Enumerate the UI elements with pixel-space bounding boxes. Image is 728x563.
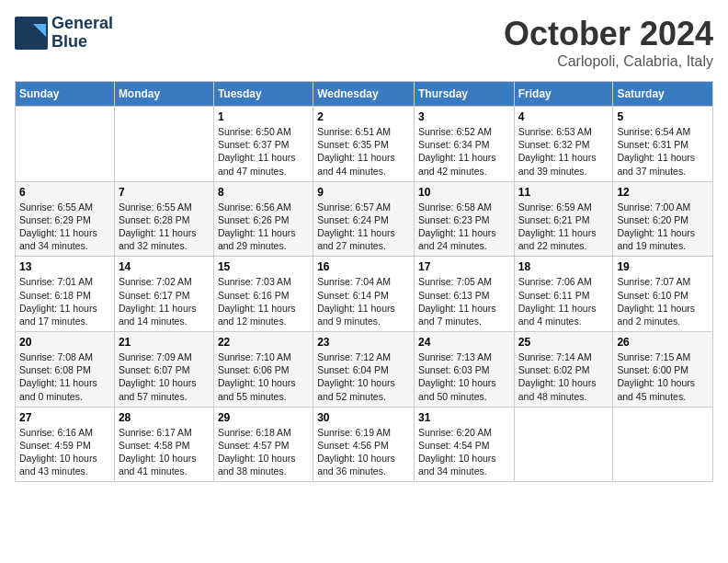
day-cell bbox=[613, 407, 713, 482]
day-info: Sunrise: 6:52 AM Sunset: 6:34 PM Dayligh… bbox=[418, 125, 510, 178]
day-info: Sunrise: 7:13 AM Sunset: 6:03 PM Dayligh… bbox=[418, 350, 510, 403]
day-info: Sunrise: 7:05 AM Sunset: 6:13 PM Dayligh… bbox=[418, 275, 510, 327]
day-info: Sunrise: 7:06 AM Sunset: 6:11 PM Dayligh… bbox=[518, 275, 609, 327]
day-number: 25 bbox=[518, 336, 609, 349]
day-number: 3 bbox=[418, 110, 510, 123]
day-cell: 23Sunrise: 7:12 AM Sunset: 6:04 PM Dayli… bbox=[313, 332, 415, 408]
day-cell: 24Sunrise: 7:13 AM Sunset: 6:03 PM Dayli… bbox=[414, 332, 514, 408]
day-info: Sunrise: 7:00 AM Sunset: 6:20 PM Dayligh… bbox=[617, 201, 709, 253]
day-cell: 21Sunrise: 7:09 AM Sunset: 6:07 PM Dayli… bbox=[114, 332, 213, 408]
day-number: 15 bbox=[218, 260, 309, 273]
day-cell: 25Sunrise: 7:14 AM Sunset: 6:02 PM Dayli… bbox=[514, 332, 613, 408]
logo-line1: General bbox=[51, 15, 113, 33]
day-info: Sunrise: 6:53 AM Sunset: 6:32 PM Dayligh… bbox=[518, 125, 609, 178]
day-number: 4 bbox=[518, 110, 609, 123]
title-block: October 2024 Carlopoli, Calabria, Italy bbox=[504, 15, 713, 70]
day-cell bbox=[16, 107, 115, 182]
day-cell: 2Sunrise: 6:51 AM Sunset: 6:35 PM Daylig… bbox=[313, 107, 415, 182]
day-number: 5 bbox=[617, 110, 709, 123]
week-row-4: 27Sunrise: 6:16 AM Sunset: 4:59 PM Dayli… bbox=[16, 407, 713, 482]
day-info: Sunrise: 6:58 AM Sunset: 6:23 PM Dayligh… bbox=[418, 201, 510, 253]
day-number: 9 bbox=[317, 186, 410, 199]
day-cell: 30Sunrise: 6:19 AM Sunset: 4:56 PM Dayli… bbox=[313, 407, 415, 482]
day-number: 24 bbox=[418, 336, 510, 349]
day-number: 13 bbox=[19, 260, 110, 273]
week-row-1: 6Sunrise: 6:55 AM Sunset: 6:29 PM Daylig… bbox=[16, 181, 713, 257]
day-cell: 11Sunrise: 6:59 AM Sunset: 6:21 PM Dayli… bbox=[514, 181, 613, 257]
day-cell: 5Sunrise: 6:54 AM Sunset: 6:31 PM Daylig… bbox=[613, 107, 713, 182]
day-info: Sunrise: 7:01 AM Sunset: 6:18 PM Dayligh… bbox=[19, 275, 110, 327]
day-number: 2 bbox=[317, 110, 410, 123]
weekday-header-monday: Monday bbox=[114, 82, 213, 107]
day-info: Sunrise: 6:54 AM Sunset: 6:31 PM Dayligh… bbox=[617, 125, 709, 178]
day-number: 23 bbox=[317, 336, 410, 349]
day-cell: 22Sunrise: 7:10 AM Sunset: 6:06 PM Dayli… bbox=[213, 332, 313, 408]
weekday-header-saturday: Saturday bbox=[613, 82, 713, 107]
day-number: 11 bbox=[518, 186, 609, 199]
weekday-header-tuesday: Tuesday bbox=[213, 82, 313, 107]
day-info: Sunrise: 6:18 AM Sunset: 4:57 PM Dayligh… bbox=[218, 426, 309, 478]
day-cell: 15Sunrise: 7:03 AM Sunset: 6:16 PM Dayli… bbox=[213, 257, 313, 332]
day-number: 22 bbox=[218, 336, 309, 349]
weekday-header-friday: Friday bbox=[514, 82, 613, 107]
day-info: Sunrise: 6:19 AM Sunset: 4:56 PM Dayligh… bbox=[317, 426, 410, 478]
day-cell: 13Sunrise: 7:01 AM Sunset: 6:18 PM Dayli… bbox=[16, 257, 115, 332]
day-cell: 17Sunrise: 7:05 AM Sunset: 6:13 PM Dayli… bbox=[414, 257, 514, 332]
day-cell: 27Sunrise: 6:16 AM Sunset: 4:59 PM Dayli… bbox=[16, 407, 115, 482]
day-cell: 8Sunrise: 6:56 AM Sunset: 6:26 PM Daylig… bbox=[213, 181, 313, 257]
day-info: Sunrise: 7:07 AM Sunset: 6:10 PM Dayligh… bbox=[617, 275, 709, 327]
day-cell: 9Sunrise: 6:57 AM Sunset: 6:24 PM Daylig… bbox=[313, 181, 415, 257]
day-info: Sunrise: 7:02 AM Sunset: 6:17 PM Dayligh… bbox=[119, 275, 210, 327]
week-row-3: 20Sunrise: 7:08 AM Sunset: 6:08 PM Dayli… bbox=[16, 332, 713, 408]
day-cell: 31Sunrise: 6:20 AM Sunset: 4:54 PM Dayli… bbox=[414, 407, 514, 482]
day-info: Sunrise: 6:16 AM Sunset: 4:59 PM Dayligh… bbox=[19, 426, 110, 478]
day-number: 17 bbox=[418, 260, 510, 273]
day-number: 20 bbox=[19, 336, 110, 349]
logo-text: General Blue bbox=[51, 15, 113, 52]
day-cell: 6Sunrise: 6:55 AM Sunset: 6:29 PM Daylig… bbox=[16, 181, 115, 257]
day-number: 28 bbox=[119, 411, 210, 424]
day-info: Sunrise: 7:14 AM Sunset: 6:02 PM Dayligh… bbox=[518, 350, 609, 403]
calendar-header: SundayMondayTuesdayWednesdayThursdayFrid… bbox=[16, 82, 713, 107]
day-number: 29 bbox=[218, 411, 309, 424]
day-cell: 4Sunrise: 6:53 AM Sunset: 6:32 PM Daylig… bbox=[514, 107, 613, 182]
day-number: 21 bbox=[119, 336, 210, 349]
day-info: Sunrise: 7:12 AM Sunset: 6:04 PM Dayligh… bbox=[317, 350, 410, 403]
day-cell: 10Sunrise: 6:58 AM Sunset: 6:23 PM Dayli… bbox=[414, 181, 514, 257]
week-row-2: 13Sunrise: 7:01 AM Sunset: 6:18 PM Dayli… bbox=[16, 257, 713, 332]
day-number: 27 bbox=[19, 411, 110, 424]
week-row-0: 1Sunrise: 6:50 AM Sunset: 6:37 PM Daylig… bbox=[16, 107, 713, 182]
day-cell: 7Sunrise: 6:55 AM Sunset: 6:28 PM Daylig… bbox=[114, 181, 213, 257]
day-cell bbox=[114, 107, 213, 182]
day-number: 14 bbox=[119, 260, 210, 273]
day-info: Sunrise: 7:15 AM Sunset: 6:00 PM Dayligh… bbox=[617, 350, 709, 403]
day-info: Sunrise: 6:55 AM Sunset: 6:28 PM Dayligh… bbox=[119, 201, 210, 253]
day-cell: 29Sunrise: 6:18 AM Sunset: 4:57 PM Dayli… bbox=[213, 407, 313, 482]
location-title: Carlopoli, Calabria, Italy bbox=[504, 53, 713, 70]
day-info: Sunrise: 6:56 AM Sunset: 6:26 PM Dayligh… bbox=[218, 201, 309, 253]
day-number: 26 bbox=[617, 336, 709, 349]
day-cell: 26Sunrise: 7:15 AM Sunset: 6:00 PM Dayli… bbox=[613, 332, 713, 408]
weekday-header-thursday: Thursday bbox=[414, 82, 514, 107]
day-info: Sunrise: 7:08 AM Sunset: 6:08 PM Dayligh… bbox=[19, 350, 110, 403]
svg-rect-2 bbox=[17, 18, 33, 35]
day-info: Sunrise: 7:03 AM Sunset: 6:16 PM Dayligh… bbox=[218, 275, 309, 327]
day-number: 31 bbox=[418, 411, 510, 424]
weekday-row: SundayMondayTuesdayWednesdayThursdayFrid… bbox=[16, 82, 713, 107]
day-number: 16 bbox=[317, 260, 410, 273]
day-info: Sunrise: 6:57 AM Sunset: 6:24 PM Dayligh… bbox=[317, 201, 410, 253]
day-cell bbox=[514, 407, 613, 482]
logo: General Blue bbox=[15, 15, 113, 52]
day-cell: 3Sunrise: 6:52 AM Sunset: 6:34 PM Daylig… bbox=[414, 107, 514, 182]
day-info: Sunrise: 6:50 AM Sunset: 6:37 PM Dayligh… bbox=[218, 125, 309, 178]
day-info: Sunrise: 7:04 AM Sunset: 6:14 PM Dayligh… bbox=[317, 275, 410, 327]
day-number: 1 bbox=[218, 110, 309, 123]
day-cell: 1Sunrise: 6:50 AM Sunset: 6:37 PM Daylig… bbox=[213, 107, 313, 182]
logo-line2: Blue bbox=[51, 33, 113, 52]
weekday-header-wednesday: Wednesday bbox=[313, 82, 415, 107]
day-number: 30 bbox=[317, 411, 410, 424]
day-number: 8 bbox=[218, 186, 309, 199]
calendar-body: 1Sunrise: 6:50 AM Sunset: 6:37 PM Daylig… bbox=[16, 107, 713, 482]
day-cell: 19Sunrise: 7:07 AM Sunset: 6:10 PM Dayli… bbox=[613, 257, 713, 332]
day-cell: 28Sunrise: 6:17 AM Sunset: 4:58 PM Dayli… bbox=[114, 407, 213, 482]
